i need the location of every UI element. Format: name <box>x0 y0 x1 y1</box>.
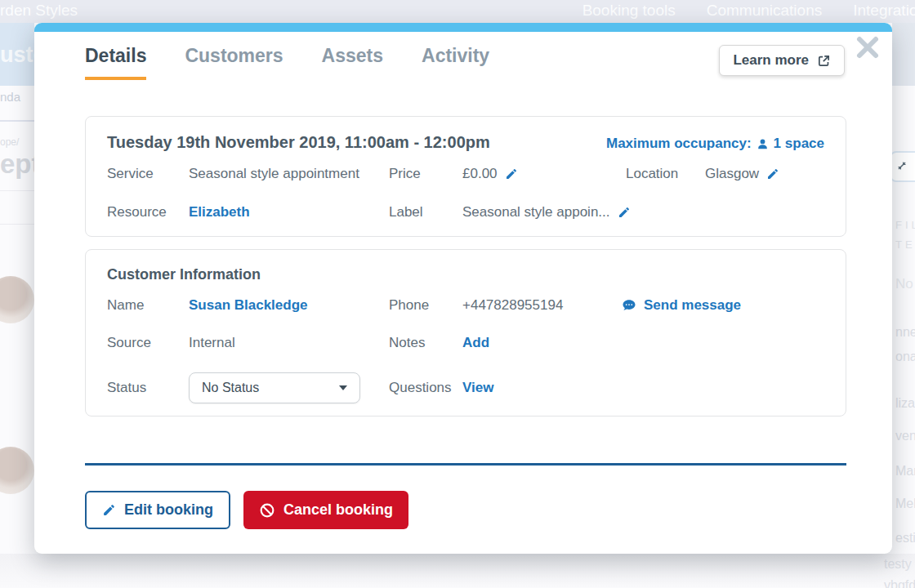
resource-link[interactable]: Elizabeth <box>189 204 389 220</box>
notes-add-link[interactable]: Add <box>462 335 622 351</box>
bg-row-line <box>0 224 34 225</box>
name-label: Name <box>107 297 189 314</box>
bg-list-fragment: vent <box>895 429 915 443</box>
close-icon[interactable] <box>853 33 882 63</box>
notes-label: Notes <box>389 335 462 351</box>
nav-item-communications: Communications <box>707 2 823 20</box>
bg-bottom-area <box>0 554 915 588</box>
bg-timezone-fragment: ope/ <box>0 136 19 148</box>
status-label: Status <box>107 380 189 396</box>
price-value: £0.00 <box>462 166 626 182</box>
location-value: Glasgow <box>705 166 824 182</box>
pencil-icon[interactable] <box>618 206 631 219</box>
tab-customers[interactable]: Customers <box>185 45 283 80</box>
price-text: £0.00 <box>462 166 498 182</box>
occupancy-label: Maximum occupancy: <box>606 136 752 152</box>
bg-list-fragment: estin <box>895 531 915 546</box>
customer-card-title: Customer Information <box>107 266 824 283</box>
bg-list-fragment: No r <box>895 276 915 292</box>
service-label: Service <box>107 166 189 182</box>
bg-filter-fragment: FIL <box>895 219 915 231</box>
bg-list-fragment: onal <box>895 350 915 364</box>
collapse-icon <box>896 160 908 172</box>
modal-tabs: Details Customers Assets Activity <box>85 45 489 80</box>
bg-page-heading: usto <box>0 23 34 86</box>
cancel-booking-label: Cancel booking <box>283 501 393 519</box>
bg-row-line <box>0 190 34 191</box>
tab-details[interactable]: Details <box>85 45 146 80</box>
customer-name-link[interactable]: Susan Blackledge <box>189 297 389 314</box>
bg-page-heading-text: usto <box>0 42 34 68</box>
learn-more-label: Learn more <box>733 52 809 69</box>
tab-activity[interactable]: Activity <box>422 45 489 80</box>
pencil-icon <box>102 503 116 517</box>
bg-top-navbar: rden Styles Booking tools Communications… <box>0 0 915 23</box>
resource-label: Resource <box>107 204 189 220</box>
avatar <box>0 447 34 494</box>
external-link-icon <box>817 54 831 68</box>
edit-booking-button[interactable]: Edit booking <box>85 491 230 529</box>
location-text: Glasgow <box>705 166 759 182</box>
bg-filter-fragment: TER <box>895 238 915 251</box>
status-dropdown-value: No Status <box>202 381 259 395</box>
booking-details-modal: Details Customers Assets Activity Learn … <box>34 23 892 554</box>
nav-item-integrations: Integration <box>853 2 915 20</box>
questions-label: Questions <box>389 380 462 396</box>
label-text: Seasonal style appoin... <box>462 204 610 220</box>
pencil-icon[interactable] <box>766 167 779 180</box>
label-label: Label <box>389 204 462 220</box>
occupancy-value: 1 space <box>774 136 824 152</box>
brand-name: rden Styles <box>0 2 78 20</box>
bg-collapse-button <box>890 151 915 182</box>
status-dropdown[interactable]: No Status <box>189 372 360 403</box>
bg-divider <box>0 120 34 122</box>
prohibition-icon <box>259 502 275 519</box>
label-value: Seasonal style appoin... <box>462 204 824 220</box>
phone-label: Phone <box>389 297 462 314</box>
source-label: Source <box>107 335 189 351</box>
cancel-booking-button[interactable]: Cancel booking <box>243 491 408 529</box>
bg-nav-menu: Booking tools Communications Integration <box>582 2 915 20</box>
bg-list-fragment: Melan <box>895 497 915 511</box>
max-occupancy: Maximum occupancy: 1 space <box>606 136 824 152</box>
modal-accent-bar <box>34 23 892 32</box>
nav-item-booking-tools: Booking tools <box>582 2 676 20</box>
avatar <box>0 276 34 323</box>
bg-list-fragment: lizab <box>895 396 915 411</box>
booking-summary-card: Tuesday 19th November 2019, 11:00am - 12… <box>85 116 846 237</box>
bg-list-fragment: nne <box>895 325 915 340</box>
send-message-button[interactable]: Send message <box>622 297 824 314</box>
person-icon <box>757 138 769 150</box>
message-icon <box>622 298 636 313</box>
location-label: Location <box>626 166 705 182</box>
learn-more-button[interactable]: Learn more <box>719 45 845 76</box>
pencil-icon[interactable] <box>505 167 518 180</box>
questions-view-link[interactable]: View <box>462 380 622 396</box>
bg-list-fragment: testy <box>884 557 912 572</box>
bg-list-fragment: Mary <box>895 464 915 479</box>
booking-datetime: Tuesday 19th November 2019, 11:00am - 12… <box>107 133 490 152</box>
phone-value: +447828955194 <box>462 297 622 314</box>
service-value: Seasonal style appointment <box>189 166 389 182</box>
tab-assets[interactable]: Assets <box>322 45 383 80</box>
customer-info-card: Customer Information Name Susan Blackled… <box>85 249 846 416</box>
caret-down-icon <box>339 385 347 390</box>
bg-list-fragment: vbgfd <box>884 578 915 588</box>
modal-actions: Edit booking Cancel booking <box>85 491 408 529</box>
footer-divider <box>85 463 846 466</box>
bg-banner-fragment <box>892 23 915 86</box>
bg-agenda-fragment: nda <box>0 90 20 104</box>
source-value: Internal <box>189 335 389 351</box>
price-label: Price <box>389 166 462 182</box>
send-message-label: Send message <box>644 297 741 314</box>
edit-booking-label: Edit booking <box>124 501 213 519</box>
